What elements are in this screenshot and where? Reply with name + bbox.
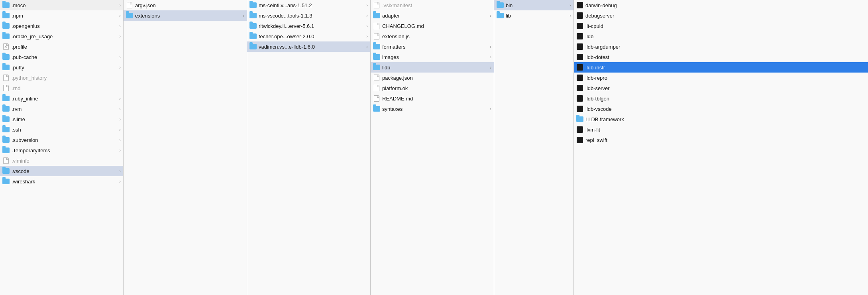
item-label: llvm-lit: [585, 127, 866, 133]
item-label: .npm: [12, 13, 118, 19]
column-4: .vsixmanifestadapter›CHANGELOG.mdextensi…: [371, 0, 494, 295]
list-item[interactable]: techer.ope...owser-2.0.0›: [247, 31, 370, 41]
item-label: .viminfo: [12, 158, 121, 164]
file-icon: [127, 2, 132, 8]
list-item[interactable]: ms-vscode...tools-1.1.3›: [247, 10, 370, 21]
list-item[interactable]: .slime›: [0, 114, 123, 124]
list-item[interactable]: ritwickdey.li...erver-5.6.1›: [247, 21, 370, 31]
folder-icon: [249, 44, 257, 49]
list-item[interactable]: syntaxes›: [371, 104, 494, 114]
list-item[interactable]: .vscode›: [0, 166, 123, 176]
list-item[interactable]: lit-cpuid: [574, 21, 868, 31]
item-label: extension.js: [382, 33, 491, 39]
folder-icon: [373, 106, 380, 112]
binary-icon: [577, 75, 583, 81]
list-item[interactable]: .wireshark›: [0, 176, 123, 187]
list-item[interactable]: .putty›: [0, 62, 123, 73]
folder-icon: [2, 96, 10, 101]
list-item[interactable]: llvm-lit: [574, 124, 868, 135]
list-item[interactable]: .profile: [0, 41, 123, 52]
item-label: .python_history: [12, 75, 121, 81]
list-item[interactable]: lib›: [494, 10, 573, 21]
item-label: .profile: [12, 44, 121, 50]
list-item[interactable]: extensions›: [124, 10, 247, 21]
item-label: darwin-debug: [585, 2, 866, 8]
folder-icon: [249, 2, 257, 8]
list-item[interactable]: lldb-tblgen: [574, 93, 868, 104]
list-item[interactable]: lldb-vscode: [574, 104, 868, 114]
list-item[interactable]: package.json: [371, 73, 494, 83]
folder-icon: [249, 13, 257, 18]
list-item[interactable]: lldb›: [371, 62, 494, 73]
chevron-right-icon: ›: [488, 55, 491, 59]
finder-window: .moco›.npm›.opengenius›.oracle_jre_usage…: [0, 0, 868, 295]
list-item[interactable]: vadimcn.vs...e-lldb-1.6.0›: [247, 41, 370, 52]
chevron-right-icon: ›: [118, 117, 121, 122]
item-label: syntaxes: [382, 106, 488, 112]
list-item[interactable]: bin›: [494, 0, 573, 10]
list-item[interactable]: repl_swift: [574, 135, 868, 145]
list-item[interactable]: .viminfo: [0, 155, 123, 166]
folder-icon: [2, 13, 10, 18]
list-item[interactable]: .npm›: [0, 10, 123, 21]
list-item[interactable]: .ssh›: [0, 124, 123, 135]
binary-icon: [577, 54, 583, 60]
item-label: .subversion: [12, 137, 118, 143]
item-label: platform.ok: [382, 85, 491, 91]
item-label: lldb: [382, 65, 488, 71]
list-item[interactable]: .subversion›: [0, 135, 123, 145]
chevron-right-icon: ›: [241, 13, 244, 18]
list-item[interactable]: .moco›: [0, 0, 123, 10]
list-item[interactable]: .python_history: [0, 73, 123, 83]
list-item[interactable]: ms-ceintl.v...ans-1.51.2›: [247, 0, 370, 10]
list-item[interactable]: .vsixmanifest: [371, 0, 494, 10]
list-item[interactable]: images›: [371, 52, 494, 62]
item-label: .rvm: [12, 106, 118, 112]
column-2: argv.jsonextensions›: [124, 0, 247, 295]
folder-icon: [2, 23, 10, 29]
list-item[interactable]: lldb-server: [574, 83, 868, 93]
list-item[interactable]: lldb-dotest: [574, 52, 868, 62]
column-1: .moco›.npm›.opengenius›.oracle_jre_usage…: [0, 0, 124, 295]
list-item[interactable]: lldb-repro: [574, 73, 868, 83]
list-item[interactable]: .ruby_inline›: [0, 93, 123, 104]
chevron-right-icon: ›: [118, 24, 121, 28]
file-icon: [3, 157, 9, 164]
item-label: debugserver: [585, 13, 866, 19]
list-item[interactable]: extension.js: [371, 31, 494, 41]
item-label: LLDB.framework: [585, 116, 866, 122]
list-item[interactable]: .pub-cache›: [0, 52, 123, 62]
list-item[interactable]: lldb-argdumper: [574, 41, 868, 52]
list-item[interactable]: lldb: [574, 31, 868, 41]
chevron-right-icon: ›: [118, 179, 121, 184]
list-item[interactable]: debugserver: [574, 10, 868, 21]
file-icon: [3, 75, 9, 81]
list-item[interactable]: .rvm›: [0, 104, 123, 114]
binary-icon: [577, 95, 583, 102]
chevron-right-icon: ›: [488, 44, 491, 49]
file-icon: [374, 75, 379, 81]
item-label: techer.ope...owser-2.0.0: [259, 33, 365, 39]
folder-icon: [2, 168, 10, 174]
list-item[interactable]: LLDB.framework: [574, 114, 868, 124]
chevron-right-icon: ›: [488, 106, 491, 111]
item-label: lldb-instr: [585, 65, 866, 71]
list-item[interactable]: darwin-debug: [574, 0, 868, 10]
list-item[interactable]: .opengenius›: [0, 21, 123, 31]
list-item[interactable]: CHANGELOG.md: [371, 21, 494, 31]
list-item[interactable]: platform.ok: [371, 83, 494, 93]
item-label: extensions: [135, 13, 241, 19]
list-item[interactable]: formatters›: [371, 41, 494, 52]
folder-icon: [2, 127, 10, 132]
item-label: argv.json: [135, 2, 244, 8]
list-item[interactable]: .TemporaryItems›: [0, 145, 123, 155]
list-item[interactable]: adapter›: [371, 10, 494, 21]
list-item[interactable]: argv.json: [124, 0, 247, 10]
list-item[interactable]: .rnd: [0, 83, 123, 93]
list-item[interactable]: README.md: [371, 93, 494, 104]
list-item[interactable]: lldb-instr: [574, 62, 868, 73]
list-item[interactable]: .oracle_jre_usage›: [0, 31, 123, 41]
folder-icon: [497, 2, 504, 8]
item-label: .vscode: [12, 168, 118, 174]
chevron-right-icon: ›: [118, 96, 121, 101]
